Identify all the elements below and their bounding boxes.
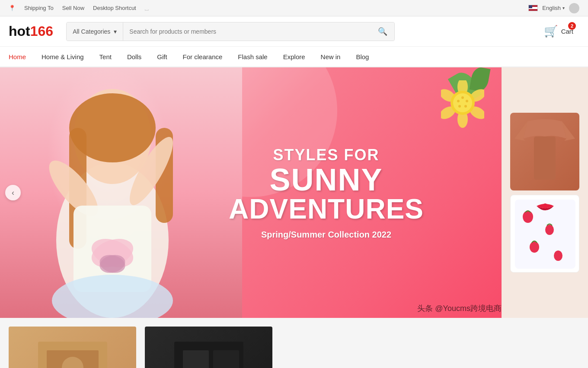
- svg-rect-26: [534, 136, 556, 180]
- svg-rect-38: [213, 350, 239, 368]
- flower-svg: [441, 80, 484, 128]
- header-right: 🛒 2 Cart: [538, 22, 579, 41]
- flower-decoration: [441, 80, 484, 130]
- banner-girl-image: [0, 67, 242, 318]
- chevron-down-icon: ▾: [562, 6, 565, 10]
- clothes-1-svg: [510, 113, 579, 190]
- product-1-svg: [29, 337, 116, 368]
- desktop-shortcut-link[interactable]: Desktop Shortcut: [93, 5, 136, 11]
- cart-icon: 🛒: [544, 25, 558, 38]
- user-avatar[interactable]: [569, 3, 579, 13]
- shipping-to-link[interactable]: Shipping To: [24, 5, 54, 11]
- rss-icon: ⎵: [145, 5, 148, 12]
- svg-rect-37: [183, 350, 209, 368]
- top-bar-right: English ▾: [528, 3, 579, 13]
- location-icon: 📍: [9, 5, 16, 11]
- banner-headline-1: STYLES FOR: [229, 146, 424, 164]
- nav-item-home[interactable]: Home: [9, 47, 34, 67]
- product-card-2[interactable]: [145, 327, 272, 368]
- main-nav: Home Home & Living Tent Dolls Gift For c…: [0, 47, 588, 67]
- svg-point-25: [457, 100, 460, 102]
- flag-icon: [528, 5, 538, 11]
- svg-point-32: [543, 203, 548, 209]
- banner-right-clothes: [502, 67, 588, 318]
- logo-hot: hot: [9, 23, 30, 39]
- category-select[interactable]: All Categories ▾: [67, 22, 123, 41]
- svg-point-20: [453, 93, 472, 112]
- logo-link[interactable]: hot166: [9, 23, 53, 39]
- sell-now-link[interactable]: Sell Now: [62, 5, 84, 11]
- product-image-2: [145, 327, 272, 368]
- search-bar: All Categories ▾ 🔍: [66, 22, 395, 41]
- product-preview-2: [510, 195, 579, 273]
- svg-point-22: [466, 100, 468, 102]
- nav-item-tent[interactable]: Tent: [92, 47, 119, 67]
- svg-point-24: [458, 105, 461, 108]
- nav-item-home-living[interactable]: Home & Living: [34, 47, 92, 67]
- banner-headline-2: SUNNY: [229, 164, 424, 195]
- svg-point-30: [530, 241, 539, 253]
- top-bar-left: 📍 Shipping To Sell Now Desktop Shortcut …: [9, 5, 528, 12]
- chevron-left-icon: ‹: [12, 188, 14, 197]
- banner: STYLES FOR SUNNY ADVENTURES Spring/Summe…: [0, 67, 588, 318]
- product-card-1[interactable]: [9, 327, 136, 368]
- banner-headline-3: ADVENTURES: [229, 195, 424, 223]
- header: hot166 All Categories ▾ 🔍 🛒 2 Cart: [0, 16, 588, 47]
- cart-button[interactable]: 🛒 2 Cart: [538, 22, 579, 41]
- logo-num: 166: [30, 23, 53, 39]
- product-2-svg: [166, 337, 252, 368]
- clothes-2-svg: [511, 195, 579, 273]
- language-label: English: [542, 5, 561, 11]
- svg-point-21: [461, 96, 464, 99]
- banner-prev-button[interactable]: ‹: [5, 185, 21, 200]
- language-selector[interactable]: English ▾: [542, 5, 565, 11]
- top-bar: 📍 Shipping To Sell Now Desktop Shortcut …: [0, 0, 588, 16]
- svg-point-23: [464, 105, 467, 108]
- svg-point-29: [545, 225, 554, 235]
- nav-item-new-in[interactable]: New in: [313, 47, 348, 67]
- search-input[interactable]: [123, 22, 371, 41]
- category-chevron-icon: ▾: [114, 28, 117, 35]
- nav-item-explore[interactable]: Explore: [275, 47, 313, 67]
- products-section: [0, 318, 588, 368]
- product-preview-1: [510, 113, 579, 190]
- nav-item-gift[interactable]: Gift: [149, 47, 175, 67]
- nav-item-clearance[interactable]: For clearance: [175, 47, 230, 67]
- girl-svg: [0, 67, 242, 318]
- nav-item-blog[interactable]: Blog: [348, 47, 377, 67]
- banner-text: STYLES FOR SUNNY ADVENTURES Spring/Summe…: [229, 146, 424, 240]
- svg-point-28: [523, 211, 533, 223]
- search-button[interactable]: 🔍: [371, 22, 394, 41]
- banner-collection: Spring/Summer Collection 2022: [229, 230, 424, 240]
- search-icon: 🔍: [378, 27, 387, 36]
- svg-point-31: [554, 251, 562, 261]
- cart-badge: 2: [568, 22, 576, 30]
- nav-item-flash-sale[interactable]: Flash sale: [230, 47, 275, 67]
- product-image-1: [9, 327, 136, 368]
- watermark: 头条 @Youcms跨境电商: [417, 303, 502, 314]
- nav-item-dolls[interactable]: Dolls: [119, 47, 149, 67]
- category-label: All Categories: [73, 28, 110, 35]
